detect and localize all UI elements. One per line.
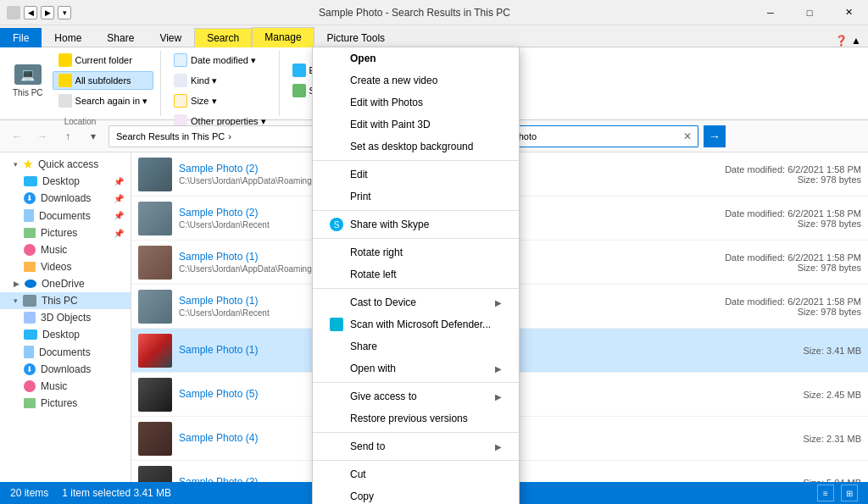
sidebar-item-music[interactable]: Music xyxy=(0,241,131,258)
detail-view-button[interactable]: ⊞ xyxy=(841,485,858,501)
ctx-set-desktop[interactable]: Set as desktop background xyxy=(313,136,519,158)
tab-search[interactable]: Search xyxy=(194,28,252,47)
onedrive-label: OneDrive xyxy=(42,278,85,290)
ctx-edit[interactable]: Edit xyxy=(313,163,519,186)
sidebar-item-documents2[interactable]: Documents xyxy=(0,343,131,361)
sidebar-item-desktop[interactable]: Desktop 📌 xyxy=(0,173,131,190)
sidebar-item-onedrive[interactable]: ▶ OneDrive xyxy=(0,275,131,292)
ctx-set-desktop-label: Set as desktop background xyxy=(350,141,473,152)
desktop2-label: Desktop xyxy=(42,329,80,341)
ctx-give-access[interactable]: Give access to ▶ xyxy=(313,385,519,407)
tab-manage[interactable]: Manage xyxy=(252,27,314,47)
list-view-button[interactable]: ≡ xyxy=(817,485,834,501)
search-clear-button[interactable]: ✕ xyxy=(681,130,694,143)
ctx-edit-label: Edit xyxy=(350,169,368,180)
ctx-open[interactable]: Open xyxy=(313,47,519,69)
quick-access-forward[interactable]: ▶ xyxy=(41,6,54,19)
defender-icon xyxy=(330,318,343,331)
documents-icon xyxy=(24,209,34,222)
kind-btn[interactable]: Kind ▾ xyxy=(168,71,272,90)
pictures2-label: Pictures xyxy=(41,397,77,409)
ctx-share[interactable]: Share xyxy=(313,335,519,357)
sidebar-item-pictures2[interactable]: Pictures xyxy=(0,395,131,412)
sidebar-item-quick-access[interactable]: ▾ Quick access xyxy=(0,156,131,173)
tab-picture-tools[interactable]: Picture Tools xyxy=(314,28,398,47)
tab-share[interactable]: Share xyxy=(94,28,147,47)
expand-onedrive-icon: ▶ xyxy=(14,280,19,288)
sidebar-item-documents[interactable]: Documents 📌 xyxy=(0,207,131,224)
ctx-open-with[interactable]: Open with ▶ xyxy=(313,357,519,379)
ctx-scan-defender[interactable]: Scan with Microsoft Defender... xyxy=(313,313,519,335)
ctx-open-label: Open xyxy=(350,53,376,64)
tab-view[interactable]: View xyxy=(147,28,194,47)
forward-button[interactable]: → xyxy=(32,126,53,147)
desktop-icon xyxy=(24,176,37,186)
close-button[interactable]: ✕ xyxy=(829,0,868,25)
search-again-btn[interactable]: Search again in ▾ xyxy=(53,91,154,110)
rotate-left-icon xyxy=(330,268,343,281)
music-label: Music xyxy=(41,244,67,256)
pin-icon3: 📌 xyxy=(114,211,124,220)
date-modified-btn[interactable]: Date modified ▾ xyxy=(168,51,272,69)
sidebar-item-3d-objects[interactable]: 3D Objects xyxy=(0,309,131,326)
tab-home[interactable]: Home xyxy=(42,28,94,47)
ctx-edit-photos-label: Edit with Photos xyxy=(350,97,423,108)
cast-arrow: ▶ xyxy=(495,298,502,307)
sidebar-item-pictures[interactable]: Pictures 📌 xyxy=(0,224,131,241)
recent-locations-button[interactable]: ▾ xyxy=(83,126,103,147)
skype-icon: S xyxy=(330,218,343,231)
quick-access-back[interactable]: ◀ xyxy=(24,6,37,19)
music2-icon xyxy=(24,380,36,392)
ctx-cast-device[interactable]: Cast to Device ▶ xyxy=(313,291,519,313)
minimize-button[interactable]: ─ xyxy=(751,0,790,25)
maximize-button[interactable]: □ xyxy=(790,0,829,25)
copy-icon xyxy=(330,490,343,503)
all-subfolders-btn[interactable]: All subfolders xyxy=(53,71,154,90)
ctx-edit-paint3d[interactable]: Edit with Paint 3D xyxy=(313,114,519,136)
ctx-send-to[interactable]: Send to ▶ xyxy=(313,435,519,457)
file-meta: Date modified: 6/2/2021 1:58 PMSize: 978… xyxy=(725,208,861,229)
videos-label: Videos xyxy=(41,261,71,273)
ctx-rotate-right[interactable]: Rotate right xyxy=(313,241,519,263)
ribbon-toggle[interactable]: ▲ xyxy=(851,35,861,47)
sidebar-item-downloads[interactable]: ⬇ Downloads 📌 xyxy=(0,190,131,207)
print-icon xyxy=(330,190,343,203)
file-meta: Date modified: 6/2/2021 1:58 PMSize: 978… xyxy=(725,252,861,273)
help-icon[interactable]: ❓ xyxy=(835,35,848,47)
ctx-copy[interactable]: Copy xyxy=(313,485,519,504)
ctx-cut[interactable]: Cut xyxy=(313,463,519,485)
ctx-restore-versions[interactable]: Restore previous versions xyxy=(313,407,519,429)
up-button[interactable]: ↑ xyxy=(58,126,78,147)
ctx-print[interactable]: Print xyxy=(313,186,519,208)
sidebar-item-music2[interactable]: Music xyxy=(0,378,131,395)
title-bar-left: ◀ ▶ ▾ xyxy=(0,6,78,19)
ctx-sep6 xyxy=(313,432,519,433)
file-thumbnail xyxy=(138,334,172,368)
ctx-share-skype[interactable]: S Share with Skype xyxy=(313,213,519,235)
search-go-button[interactable]: → xyxy=(704,125,726,147)
back-button[interactable]: ← xyxy=(7,126,27,147)
rotate-right-icon xyxy=(330,246,343,259)
ctx-cast-label: Cast to Device xyxy=(350,296,416,308)
ribbon-tab-bar: File Home Share View Search Manage Pictu… xyxy=(0,25,868,47)
documents2-icon xyxy=(24,346,34,358)
ctx-rotate-left[interactable]: Rotate left xyxy=(313,263,519,285)
cast-icon xyxy=(330,296,343,309)
downloads-label: Downloads xyxy=(41,192,91,204)
tab-file[interactable]: File xyxy=(0,28,42,47)
ctx-edit-photos[interactable]: Edit with Photos xyxy=(313,91,519,114)
ctx-scan-label: Scan with Microsoft Defender... xyxy=(350,318,491,330)
current-folder-btn[interactable]: Current folder xyxy=(53,51,154,69)
sidebar-item-videos[interactable]: Videos xyxy=(0,258,131,275)
quick-access-dropdown[interactable]: ▾ xyxy=(58,6,71,19)
sidebar-item-desktop2[interactable]: Desktop xyxy=(0,326,131,343)
file-thumbnail xyxy=(138,202,172,235)
send-to-arrow: ▶ xyxy=(495,442,502,451)
sidebar-item-downloads2[interactable]: ⬇ Downloads xyxy=(0,361,131,378)
size-btn[interactable]: Size ▾ xyxy=(168,91,272,110)
this-pc-label: This PC xyxy=(42,295,78,307)
ribbon-group-refine: Date modified ▾ Kind ▾ Size ▾ Other prop… xyxy=(161,51,280,116)
ctx-create-video[interactable]: Create a new video xyxy=(313,69,519,91)
this-pc-btn[interactable]: 💻 This PC xyxy=(7,60,49,102)
sidebar-item-this-pc[interactable]: ▾ This PC xyxy=(0,292,131,309)
